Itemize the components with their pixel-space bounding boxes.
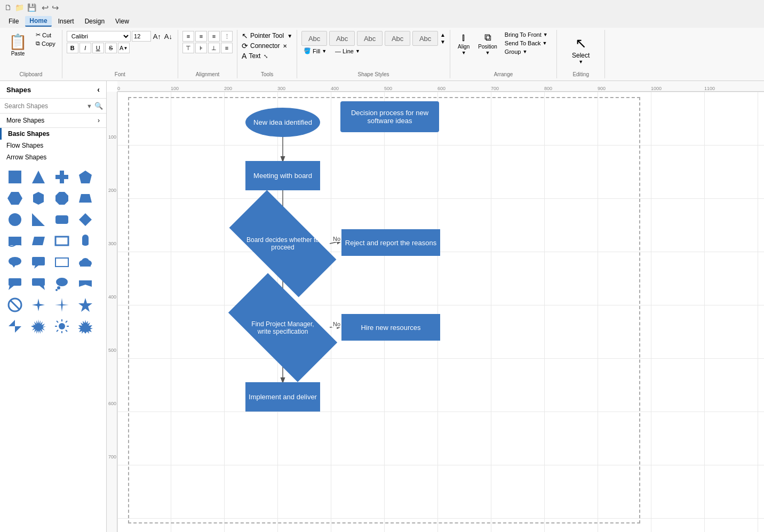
- sidebar-item-basic[interactable]: Basic Shapes: [0, 128, 106, 140]
- shape-square[interactable]: [5, 167, 25, 187]
- sidebar-collapse-icon[interactable]: ‹: [97, 85, 100, 94]
- paste-button[interactable]: 📋 Paste: [4, 31, 31, 59]
- shape-style-2[interactable]: Abc: [329, 31, 355, 46]
- shape-star6[interactable]: [76, 295, 95, 315]
- shape-thought-bubble[interactable]: [52, 274, 71, 293]
- sidebar-item-arrow[interactable]: Arrow Shapes: [0, 151, 106, 163]
- shape-style-3[interactable]: Abc: [357, 31, 383, 46]
- menu-design[interactable]: Design: [81, 17, 109, 26]
- node-hire[interactable]: Hire new resources: [341, 314, 440, 341]
- group-btn[interactable]: Group ▼: [503, 48, 550, 55]
- shape-rect-outline[interactable]: [52, 231, 71, 251]
- canvas[interactable]: No Yes No Yes New idea identified Decisi…: [117, 92, 764, 532]
- copy-button[interactable]: ⧉ Copy: [34, 39, 58, 47]
- menu-view[interactable]: View: [111, 17, 133, 26]
- node-board-decides[interactable]: Board decides whether to proceed: [234, 217, 332, 270]
- align-justify-btn[interactable]: ≡: [221, 43, 233, 53]
- redo-icon[interactable]: ↪: [52, 3, 59, 13]
- shape-style-1[interactable]: Abc: [301, 31, 327, 46]
- pointer-tool-btn[interactable]: ↖ Pointer Tool ▼: [242, 31, 292, 41]
- shape-burst[interactable]: [29, 317, 48, 336]
- shape-style-4[interactable]: Abc: [385, 31, 410, 46]
- shape-octagon[interactable]: [52, 189, 71, 208]
- shape-cloud[interactable]: [76, 253, 95, 272]
- send-to-back-btn[interactable]: Send To Back ▼: [503, 39, 550, 47]
- underline-button[interactable]: U: [92, 43, 104, 53]
- shape-cylinder[interactable]: [76, 231, 95, 251]
- menu-file[interactable]: File: [4, 17, 23, 26]
- search-dropdown-icon[interactable]: ▼: [86, 103, 92, 109]
- font-family-select[interactable]: Calibri: [67, 31, 131, 42]
- font-color-button[interactable]: A▼: [118, 43, 130, 53]
- save-icon[interactable]: 💾: [27, 3, 36, 12]
- node-new-idea[interactable]: New idea identified: [245, 108, 320, 137]
- shape-hexagon-h[interactable]: [5, 189, 25, 208]
- shape-rounded-rect[interactable]: [52, 210, 71, 229]
- search-icon[interactable]: 🔍: [94, 102, 103, 110]
- node-reject[interactable]: Reject and report the reasons: [341, 229, 440, 256]
- distribute-btn[interactable]: ⋮: [221, 31, 233, 42]
- shape-pentagon[interactable]: [76, 167, 95, 187]
- menu-insert[interactable]: Insert: [54, 17, 78, 26]
- canvas-inner[interactable]: No Yes No Yes New idea identified Decisi…: [117, 92, 764, 532]
- shape-right-triangle[interactable]: [29, 210, 48, 229]
- menu-home[interactable]: Home: [25, 16, 51, 27]
- select-button[interactable]: ↖ Select ▼: [568, 33, 594, 67]
- align-center-btn[interactable]: ≡: [195, 31, 207, 42]
- position-btn[interactable]: ⧉ Position ▼: [475, 31, 500, 57]
- shape-rect-plain[interactable]: [52, 253, 71, 272]
- align-btn[interactable]: ⫿ Align ▼: [455, 31, 473, 57]
- text-tool-btn[interactable]: A Text ⤡: [242, 51, 292, 61]
- shape-speech-round[interactable]: [5, 253, 25, 272]
- style-up-icon[interactable]: ▲: [440, 32, 445, 38]
- font-grow-btn[interactable]: A↑: [152, 31, 162, 42]
- cut-button[interactable]: ✂ Cut: [34, 31, 58, 39]
- shape-star4[interactable]: [29, 295, 48, 315]
- align-left-btn[interactable]: ≡: [182, 31, 194, 42]
- node-meeting[interactable]: Meeting with board: [245, 161, 320, 190]
- font-shrink-btn[interactable]: A↓: [163, 31, 173, 42]
- shape-plus[interactable]: [52, 167, 71, 187]
- font-size-input[interactable]: [132, 31, 151, 42]
- shape-star-outline[interactable]: [5, 317, 25, 336]
- shape-diamond[interactable]: [76, 210, 95, 229]
- shape-rect-speech-r[interactable]: [29, 274, 48, 293]
- open-icon[interactable]: 📁: [15, 3, 24, 12]
- shape-trapezoid[interactable]: [76, 189, 95, 208]
- shape-sun[interactable]: [52, 317, 71, 336]
- align-right-btn[interactable]: ≡: [208, 31, 220, 42]
- shape-no-sign[interactable]: [5, 295, 25, 315]
- node-find-pm[interactable]: Find Project Manager, write specificatio…: [234, 300, 332, 356]
- shape-speech-rect[interactable]: [29, 253, 48, 272]
- more-shapes-btn[interactable]: More Shapes ›: [0, 114, 106, 128]
- main-area: Shapes ‹ ▼ 🔍 More Shapes › Basic Shapes …: [0, 81, 764, 532]
- style-down-icon[interactable]: ▼: [440, 39, 445, 45]
- italic-button[interactable]: I: [79, 43, 91, 53]
- bring-to-front-btn[interactable]: Bring To Front ▼: [503, 31, 550, 38]
- align-middle-btn[interactable]: ⊧: [195, 43, 207, 53]
- node-decision-process[interactable]: Decision process for new software ideas: [340, 101, 439, 132]
- shape-wave-rect[interactable]: [5, 231, 25, 251]
- align-top-btn[interactable]: ⊤: [182, 43, 194, 53]
- shape-triangle[interactable]: [29, 167, 48, 187]
- sidebar-item-flow[interactable]: Flow Shapes: [0, 140, 106, 151]
- align-bottom-btn[interactable]: ⊥: [208, 43, 220, 53]
- shape-banner[interactable]: [76, 274, 95, 293]
- connector-tool-btn[interactable]: ⟳ Connector ✕: [242, 41, 292, 51]
- shape-style-5[interactable]: Abc: [412, 31, 438, 46]
- line-button[interactable]: — Line ▼: [333, 47, 362, 55]
- node-implement[interactable]: Implement and deliver: [245, 382, 320, 412]
- fill-button[interactable]: 🪣 Fill ▼: [301, 47, 329, 55]
- strikethrough-button[interactable]: S: [105, 43, 117, 53]
- new-icon[interactable]: 🗋: [4, 3, 12, 12]
- search-input[interactable]: [4, 102, 84, 110]
- shape-circle-spiky[interactable]: [76, 317, 95, 336]
- shape-rect-speech-l[interactable]: [5, 274, 25, 293]
- canvas-area[interactable]: 0 100 200 300 400 500 600 700 800 900 10…: [107, 81, 764, 532]
- shape-parallelogram[interactable]: [29, 231, 48, 251]
- shape-hexagon[interactable]: [29, 189, 48, 208]
- bold-button[interactable]: B: [67, 43, 78, 53]
- shape-circle[interactable]: [5, 210, 25, 229]
- shape-star4-sharp[interactable]: [52, 295, 71, 315]
- undo-icon[interactable]: ↩: [42, 3, 49, 13]
